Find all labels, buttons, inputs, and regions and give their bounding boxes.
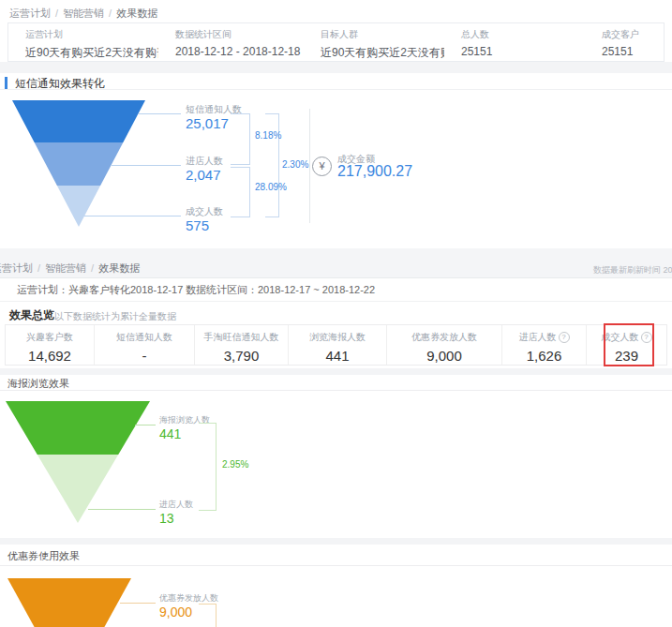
stat-label: 短信通知人数 (95, 331, 194, 344)
conversion-bracket-overall (265, 113, 279, 217)
stage-label: 进店人数 (159, 499, 193, 511)
stat-label: 浏览海报人数 (289, 331, 386, 344)
stat-label: 进店人数? (502, 331, 586, 344)
breadcrumb-separator: / (91, 262, 94, 274)
stat-label: 兴趣客户数 (6, 331, 94, 344)
plan-info-table: 运营计划 近90天有购买近2天没有购普通 数据统计区间 2018-12-12 -… (7, 22, 665, 62)
deal-amount-value: 217,900.27 (337, 163, 412, 180)
stat-label: 优惠券发放人数 (387, 331, 501, 344)
stage-value: 441 (159, 426, 181, 441)
stat-value: 1,626 (502, 348, 586, 364)
breadcrumb-item-current: 效果数据 (98, 262, 140, 274)
stat-store-visitors: 进店人数? 1,626 (502, 325, 587, 365)
info-value: 近90天有购买近2天没有购普通 (25, 45, 158, 61)
info-cell-date-range: 数据统计区间 2018-12-12 - 2018-12-18 (158, 23, 304, 61)
stat-poster-viewers: 浏览海报人数 441 (289, 325, 387, 365)
conversion-rate-overall: 2.95% (222, 459, 248, 470)
stat-value: 9,000 (387, 348, 501, 364)
stat-coupons-issued: 优惠券发放人数 9,000 (387, 325, 502, 365)
stage-label: 成交人数 (186, 205, 223, 218)
effect-data-page: 运营计划/智能营销/效果数据 运营计划 近90天有购买近2天没有购普通 数据统计… (0, 0, 672, 627)
stage-value: 25,017 (186, 115, 229, 131)
poster-funnel-chart (6, 401, 150, 523)
conversion-rate-1-2: 8.18% (255, 130, 281, 141)
conversion-bracket (231, 167, 250, 217)
overview-note: 以下数据统计为累计全量数据 (54, 310, 176, 323)
breadcrumb-item-plan[interactable]: 运营计划 (0, 262, 33, 274)
coupon-funnel-chart (7, 578, 131, 627)
stat-value: 3,790 (195, 348, 288, 364)
help-icon[interactable]: ? (559, 332, 570, 343)
breadcrumb-item-plan[interactable]: 运营计划 (9, 7, 51, 19)
connector-line (135, 425, 156, 425)
info-label: 总人数 (461, 28, 585, 41)
data-refresh-timestamp: 数据最新刷新时间 2018-12 (593, 264, 672, 276)
info-cell-total: 总人数 25151 (444, 23, 585, 61)
vertical-divider (309, 109, 310, 223)
connector-line (88, 509, 156, 510)
section-divider (0, 368, 672, 375)
title-accent-bar (5, 77, 7, 89)
info-label: 目标人群 (321, 28, 444, 41)
divider (0, 89, 672, 90)
sms-conversion-funnel-chart (12, 100, 145, 227)
stat-value: - (95, 348, 194, 364)
info-label: 成交客户 (602, 28, 664, 41)
stat-value: 14,692 (6, 348, 94, 364)
plan-date-range-text: 数据统计区间：2018-12-17 ~ 2018-12-22 (186, 283, 375, 297)
overview-stats-table: 兴趣客户数 14,692 短信通知人数 - 手淘旺信通知人数 3,790 浏览海… (5, 324, 667, 366)
conversion-bracket (199, 423, 217, 511)
info-value: 2018-12-12 - 2018-12-18 (175, 45, 304, 58)
funnel-segment-visited (12, 142, 145, 186)
stat-app-notified: 手淘旺信通知人数 3,790 (195, 325, 289, 365)
info-label: 运营计划 (25, 28, 158, 41)
funnel-segment-converted (12, 186, 145, 227)
info-cell-deal-customers: 成交客户 25151 (585, 23, 664, 61)
info-value: 25151 (602, 45, 664, 58)
stage-value: 2,047 (186, 167, 221, 183)
coupon-section-title: 优惠券使用效果 (7, 549, 80, 563)
conversion-bracket (199, 604, 217, 627)
stage-value: 13 (159, 511, 174, 526)
stage-label: 进店人数 (186, 155, 223, 168)
poster-section-title: 海报浏览效果 (7, 377, 69, 391)
info-label: 数据统计区间 (175, 28, 304, 41)
divider (0, 301, 672, 302)
info-cell-audience: 目标人群 近90天有购买近2天没有购普通客户 (304, 23, 444, 61)
funnel-segment-notified (12, 100, 145, 142)
section-divider (0, 538, 672, 545)
stage-value: 9,000 (159, 605, 192, 620)
breadcrumb-separator: / (37, 262, 40, 274)
funnel-segment-visited (6, 455, 150, 523)
conversion-rate-overall: 2.30% (282, 159, 308, 170)
currency-yen-icon: ¥ (312, 157, 332, 176)
breadcrumb-separator: / (109, 7, 112, 19)
stat-sms-notified: 短信通知人数 - (95, 325, 195, 365)
connector-line (139, 113, 181, 114)
connector-line (84, 216, 181, 216)
divider (0, 390, 672, 391)
info-value: 25151 (461, 45, 585, 58)
info-value: 近90天有购买近2天没有购普通客户 (321, 45, 444, 61)
stat-interest-customers: 兴趣客户数 14,692 (6, 325, 95, 365)
breadcrumb-item-current: 效果数据 (116, 7, 157, 19)
divider (0, 565, 672, 566)
breadcrumb: 运营计划/智能营销/效果数据 (0, 261, 140, 276)
conversion-bracket (231, 113, 250, 165)
info-cell-plan: 运营计划 近90天有购买近2天没有购普通 (8, 23, 158, 61)
stat-label: 手淘旺信通知人数 (195, 331, 288, 344)
connector-line (120, 603, 156, 604)
breadcrumb-item-marketing[interactable]: 智能营销 (45, 262, 86, 274)
conversion-rate-2-3: 28.09% (255, 182, 287, 192)
overview-title: 效果总览 (9, 307, 54, 323)
highlight-red-box (604, 323, 654, 366)
section-divider (0, 62, 672, 73)
plan-name-text: 运营计划：兴趣客户转化2018-12-17 (17, 283, 183, 297)
connector-line (112, 165, 181, 166)
stage-value: 575 (186, 217, 209, 233)
breadcrumb: 运营计划/智能营销/效果数据 (9, 7, 157, 21)
breadcrumb-separator: / (55, 7, 58, 19)
stat-value: 441 (289, 348, 386, 364)
breadcrumb-item-marketing[interactable]: 智能营销 (63, 7, 104, 19)
funnel-segment-viewed (6, 401, 150, 455)
